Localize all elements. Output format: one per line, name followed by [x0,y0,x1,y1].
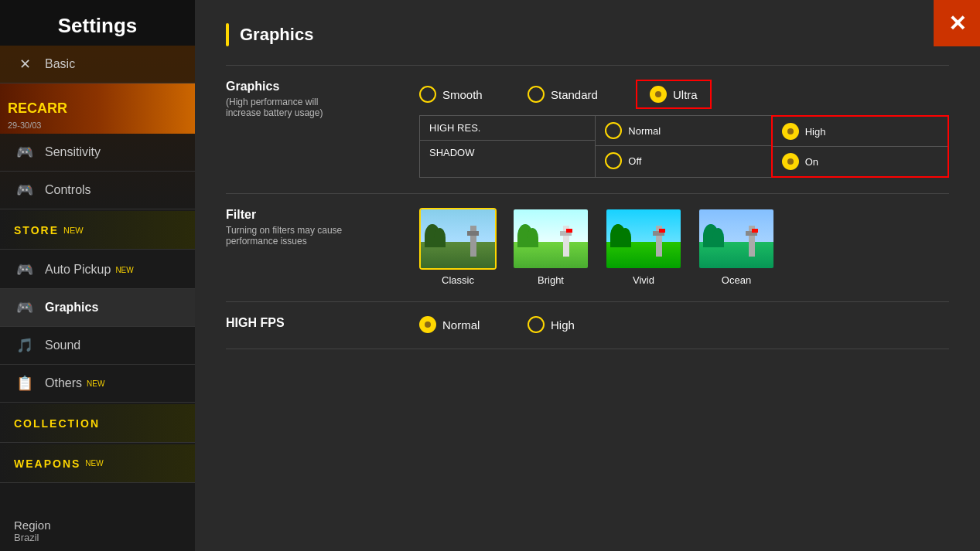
highres-normal-label: Normal [628,125,661,137]
classic-thumb[interactable] [419,208,497,270]
filter-vivid[interactable]: Vivid [605,208,682,286]
promo-banner: RECARR 29-30/03 [0,83,195,134]
store-badge: NEW [63,226,84,235]
collection-label: COLLECTION [14,417,100,430]
store-label: STORE [14,224,59,236]
sidebar-item-collection[interactable]: COLLECTION [0,404,195,443]
graphics-label: Graphics [45,301,98,315]
standard-label: Standard [551,88,598,101]
graphics-setting-label: Graphics [226,80,419,94]
controls-label: Controls [45,183,91,197]
sidebar-item-sound[interactable]: 🎵 Sound [0,327,195,365]
filter-label: Filter [226,208,419,222]
quality-ultra[interactable]: Ultra [636,80,712,109]
close-button[interactable]: ✕ [934,0,980,46]
filter-classic[interactable]: Classic [419,208,497,286]
sidebar-item-basic[interactable]: ✕ Basic [0,46,195,83]
section-title: Graphics [240,25,313,45]
shadow-label: SHADOW [429,147,475,158]
divider-top [226,65,949,66]
promo-date: 29-30/03 [8,121,41,130]
ocean-image [699,209,773,268]
fps-normal-label: Normal [442,318,480,332]
weapons-badge: NEW [85,459,103,468]
filter-bright[interactable]: Bright [512,208,589,286]
others-badge: NEW [87,379,104,388]
filter-ocean[interactable]: Ocean [698,208,775,286]
vivid-thumb[interactable] [605,208,682,270]
graphics-icon: 🎮 [14,297,36,318]
standard-radio[interactable] [528,86,545,103]
table-high-col: High On [771,115,949,178]
graphics-subtable: HIGH RES. SHADOW Normal Off [419,115,949,178]
bright-thumb[interactable] [512,208,589,270]
highres-high-cell[interactable]: High [773,117,948,147]
autopickup-label: Auto Pickup [45,263,111,277]
table-labels-col: HIGH RES. SHADOW [420,116,596,177]
shadow-on-label: On [805,156,818,168]
shadow-on-radio[interactable] [782,153,799,170]
ocean-thumb[interactable] [698,208,775,270]
ultra-radio[interactable] [650,86,667,103]
highres-label-cell: HIGH RES. [420,116,595,141]
sound-icon: 🎵 [14,335,36,356]
shadow-off-label: Off [628,155,641,167]
highres-normal-cell[interactable]: Normal [596,116,770,146]
filter-options: Classic Bright [419,208,775,286]
vivid-label: Vivid [633,274,654,286]
sensitivity-icon: 🎮 [14,141,36,163]
divider-bottom [226,349,949,349]
autopickup-icon: 🎮 [14,259,36,281]
controls-icon: 🎮 [14,179,36,201]
ultra-label: Ultra [673,88,698,101]
sidebar-item-others[interactable]: 📋 Others NEW [0,365,195,403]
fps-normal[interactable]: Normal [419,316,520,333]
sidebar-item-store[interactable]: STORE NEW [0,211,195,250]
sidebar: Settings ✕ Basic RECARR 29-30/03 🎮 Sensi… [0,0,195,551]
main-content: ✕ Graphics Graphics (High performance wi… [195,0,980,551]
basic-icon: ✕ [14,53,36,75]
classic-image [421,209,495,268]
sound-label: Sound [45,338,80,352]
sidebar-item-controls[interactable]: 🎮 Controls [0,172,195,209]
filter-label-col: Filter Turning on filters may causeperfo… [226,208,419,247]
sidebar-bottom: Region Brazil [0,519,195,543]
others-label: Others [45,376,82,390]
shadow-off-radio[interactable] [605,152,622,169]
table-normal-col: Normal Off [596,116,771,177]
fps-label-col: HIGH FPS [226,316,419,330]
promo-text: RECARR [8,100,67,117]
shadow-label-cell: SHADOW [420,141,595,165]
shadow-on-cell[interactable]: On [773,147,948,176]
fps-label: HIGH FPS [226,316,419,330]
quality-top-row: Smooth Standard Ultra [419,80,949,109]
section-bar [226,23,229,46]
settings-title: Settings [0,0,195,46]
fps-normal-radio[interactable] [419,316,436,333]
smooth-radio[interactable] [419,86,436,103]
highres-high-radio[interactable] [782,123,799,140]
smooth-label: Smooth [442,88,483,101]
autopickup-badge: NEW [115,266,133,274]
section-heading: Graphics [226,23,949,46]
sidebar-item-graphics[interactable]: 🎮 Graphics [0,289,195,327]
filter-row: Filter Turning on filters may causeperfo… [226,208,949,286]
sidebar-item-sensitivity[interactable]: 🎮 Sensitivity [0,134,195,172]
highres-label: HIGH RES. [429,122,480,134]
divider-fps [226,301,949,302]
classic-label: Classic [442,274,474,286]
graphics-options-col: Smooth Standard Ultra HIGH RES. [419,80,949,178]
shadow-off-cell[interactable]: Off [596,146,770,175]
weapons-label: WEAPONS [14,457,80,470]
highres-normal-radio[interactable] [605,122,622,139]
others-icon: 📋 [14,372,36,394]
quality-smooth[interactable]: Smooth [419,80,520,109]
fps-high-radio[interactable] [528,316,545,333]
fps-high[interactable]: High [528,316,628,333]
quality-standard[interactable]: Standard [528,80,628,109]
ocean-label: Ocean [722,274,751,286]
bright-image [514,209,588,268]
sidebar-item-weapons[interactable]: WEAPONS NEW [0,444,195,483]
sidebar-item-autopickup[interactable]: 🎮 Auto Pickup NEW [0,251,195,289]
filter-sublabel: Turning on filters may causeperformance … [226,225,419,247]
